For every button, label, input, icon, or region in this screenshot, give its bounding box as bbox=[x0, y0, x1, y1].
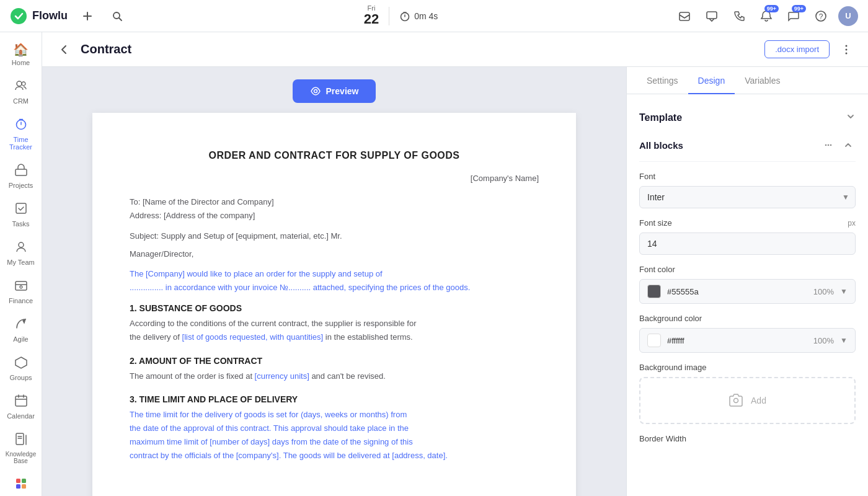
svg-rect-8 bbox=[680, 12, 689, 20]
groups-icon bbox=[14, 355, 28, 372]
svg-point-22 bbox=[20, 286, 22, 288]
svg-text:?: ? bbox=[819, 12, 823, 21]
my-team-icon bbox=[14, 240, 28, 257]
tab-settings[interactable]: Settings bbox=[637, 67, 688, 94]
bg-image-section: Background image Add bbox=[639, 363, 856, 434]
docs-icon bbox=[14, 477, 28, 494]
sidebar-item-finance[interactable]: Finance bbox=[2, 273, 40, 309]
logo[interactable]: Flowlu bbox=[10, 7, 68, 25]
sidebar-item-crm[interactable]: CRM bbox=[2, 74, 40, 110]
messages-badge: 99+ bbox=[792, 5, 806, 12]
svg-point-36 bbox=[846, 45, 848, 46]
template-section-title: Template bbox=[639, 112, 682, 123]
notifications-button[interactable]: 99+ bbox=[756, 6, 776, 26]
address-line-2: Address: [Address of the company] bbox=[130, 209, 539, 223]
add-button[interactable] bbox=[78, 6, 97, 26]
sidebar-item-label-crm: CRM bbox=[13, 97, 29, 105]
tab-variables[interactable]: Variables bbox=[735, 67, 790, 94]
svg-line-4 bbox=[119, 18, 122, 20]
svg-point-41 bbox=[828, 144, 830, 146]
sidebar-item-tasks[interactable]: Tasks bbox=[2, 197, 40, 232]
logo-text: Flowlu bbox=[32, 9, 68, 22]
address-line-1: To: [Name of the Director and Company] bbox=[130, 195, 539, 209]
sidebar-item-projects[interactable]: Projects bbox=[2, 158, 40, 194]
sidebar-item-docs[interactable]: Docs bbox=[2, 472, 40, 496]
bg-image-upload-button[interactable]: Add bbox=[639, 377, 856, 424]
sidebar-item-home[interactable]: 🏠 Home bbox=[2, 37, 40, 71]
bg-color-select[interactable]: #ffffff 100% ▼ bbox=[639, 328, 856, 353]
search-icon bbox=[112, 11, 123, 22]
phone-icon bbox=[733, 10, 745, 22]
right-panel: Settings Design Variables Template All bbox=[626, 67, 868, 496]
tab-design[interactable]: Design bbox=[688, 67, 735, 94]
chat-icon bbox=[706, 10, 718, 22]
topbar: Flowlu Fri 22 0m 4s 99+ bbox=[0, 0, 868, 32]
sidebar-item-label-my-team: My Team bbox=[7, 259, 34, 266]
document-body-intro: The [Company] would like to place an ord… bbox=[130, 267, 539, 294]
svg-point-12 bbox=[17, 81, 22, 86]
panel-body: Template All blocks bbox=[627, 94, 868, 456]
back-arrow-icon bbox=[58, 44, 69, 55]
font-color-arrow-icon: ▼ bbox=[840, 287, 848, 296]
sidebar-item-label-agile: Agile bbox=[13, 335, 28, 343]
svg-rect-28 bbox=[16, 433, 24, 445]
sidebar-item-label-calendar: Calendar bbox=[7, 412, 35, 420]
docx-import-button[interactable]: .docx import bbox=[764, 40, 830, 58]
agile-icon bbox=[14, 317, 28, 334]
preview-button[interactable]: Preview bbox=[293, 79, 376, 103]
section-1-header: 1. SUBSTANCE OF GOODS bbox=[130, 303, 539, 313]
svg-rect-34 bbox=[16, 484, 20, 489]
sidebar-item-calendar[interactable]: Calendar bbox=[2, 389, 40, 425]
help-button[interactable]: ? bbox=[811, 6, 831, 26]
all-blocks-more-button[interactable] bbox=[821, 138, 836, 153]
chevron-up-icon bbox=[843, 140, 853, 150]
svg-point-13 bbox=[22, 82, 25, 86]
all-blocks-collapse-button[interactable] bbox=[841, 138, 856, 153]
topbar-center: Fri 22 0m 4s bbox=[364, 4, 438, 27]
sidebar-item-agile[interactable]: Agile bbox=[2, 312, 40, 348]
search-button[interactable] bbox=[107, 6, 127, 26]
sidebar-item-label-groups: Groups bbox=[9, 374, 32, 381]
sidebar-item-my-team[interactable]: My Team bbox=[2, 235, 40, 271]
date-num: 22 bbox=[364, 12, 379, 27]
sidebar-item-time-tracker[interactable]: Time Tracker bbox=[2, 112, 40, 156]
page-header: Contract .docx import bbox=[42, 32, 868, 67]
chat-button[interactable] bbox=[702, 6, 722, 26]
font-size-input[interactable] bbox=[639, 232, 856, 255]
font-size-input-wrap bbox=[639, 232, 856, 255]
phone-button[interactable] bbox=[729, 6, 749, 26]
font-color-wrap: #55555a 100% ▼ bbox=[639, 279, 856, 304]
sidebar-item-groups[interactable]: Groups bbox=[2, 350, 40, 386]
svg-rect-35 bbox=[22, 484, 26, 489]
svg-rect-33 bbox=[22, 479, 26, 483]
sidebar: 🏠 Home CRM Time Tracker Projects Task bbox=[0, 32, 42, 496]
more-options-button[interactable] bbox=[837, 40, 856, 59]
font-select[interactable]: Inter Arial Helvetica Times New Roman Ge… bbox=[639, 186, 856, 208]
font-color-hex: #55555a bbox=[667, 287, 807, 296]
bg-color-wrap: #ffffff 100% ▼ bbox=[639, 328, 856, 353]
font-color-select[interactable]: #55555a 100% ▼ bbox=[639, 279, 856, 304]
split-panes: Preview ORDER AND CONTRACT FOR SUPPLY OF… bbox=[42, 67, 868, 496]
inbox-icon bbox=[678, 10, 691, 22]
help-icon: ? bbox=[815, 10, 827, 22]
sidebar-item-knowledge-base[interactable]: Knowledge Base bbox=[2, 427, 40, 469]
section-1-body: According to the conditions of the curre… bbox=[130, 317, 539, 344]
back-button[interactable] bbox=[55, 40, 73, 59]
dots-icon bbox=[823, 140, 833, 150]
template-section[interactable]: Template bbox=[639, 104, 856, 131]
notifications-badge: 99+ bbox=[764, 5, 779, 12]
svg-rect-17 bbox=[16, 169, 27, 175]
bg-image-add-label: Add bbox=[751, 396, 766, 405]
font-section: Font Inter Arial Helvetica Times New Rom… bbox=[639, 162, 856, 446]
document-company: [Company's Name] bbox=[130, 174, 539, 183]
inbox-button[interactable] bbox=[675, 6, 694, 26]
messages-button[interactable]: 99+ bbox=[784, 6, 804, 26]
border-width-label: Border Width bbox=[639, 434, 856, 443]
user-avatar[interactable]: U bbox=[838, 6, 858, 26]
svg-rect-24 bbox=[16, 396, 27, 406]
bg-color-label: Background color bbox=[639, 314, 856, 323]
topbar-divider bbox=[389, 7, 389, 25]
sidebar-item-label-projects: Projects bbox=[9, 182, 33, 189]
home-icon: 🏠 bbox=[13, 42, 29, 57]
svg-point-19 bbox=[19, 242, 24, 247]
